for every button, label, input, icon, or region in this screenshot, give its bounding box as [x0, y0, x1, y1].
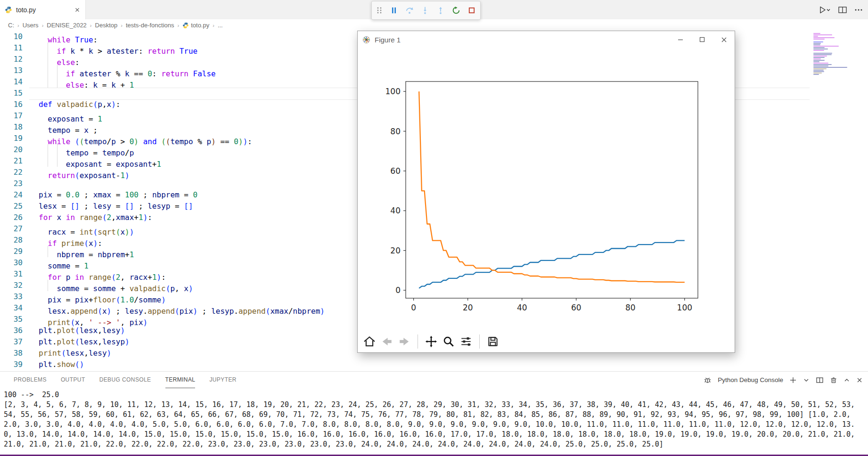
code-text: while ((tempo/p > 0) and ((tempo % p) ==…: [23, 133, 252, 144]
figure-window[interactable]: Figure 1 020406080100020406080100: [357, 31, 735, 353]
line-number[interactable]: 14: [0, 76, 23, 88]
matplotlib-icon: [362, 36, 370, 44]
line-number[interactable]: 17: [0, 110, 23, 122]
breadcrumb-item[interactable]: toto.py: [182, 22, 209, 29]
minimap-line: [813, 57, 825, 58]
split-editor-icon[interactable]: [838, 6, 847, 14]
restart-icon[interactable]: [452, 6, 460, 15]
line-number[interactable]: 27: [0, 223, 23, 235]
kill-terminal-icon[interactable]: [830, 376, 837, 384]
code-text: while True:: [23, 31, 98, 42]
breadcrumb-item[interactable]: tests-de-fonctions: [126, 22, 174, 29]
line-number[interactable]: 33: [0, 291, 23, 302]
zoom-icon[interactable]: [442, 335, 455, 348]
tab-toto-py[interactable]: toto.py: [0, 0, 86, 19]
drag-grip-icon[interactable]: [376, 6, 383, 15]
line-number[interactable]: 13: [0, 65, 23, 76]
maximize-icon[interactable]: [691, 31, 713, 48]
pause-icon[interactable]: [390, 6, 398, 15]
chevron-down-icon[interactable]: [803, 377, 810, 383]
code-text: return(exposant-1): [23, 167, 130, 178]
line-number[interactable]: 20: [0, 144, 23, 155]
code-text: if atester % k == 0: return False: [23, 65, 216, 76]
panel-tab-problems[interactable]: PROBLEMS: [14, 372, 47, 388]
code-text: plt.plot(lesx,lesy): [23, 325, 125, 336]
minimap-line: [813, 46, 839, 47]
console-selector[interactable]: Python Debug Console: [718, 376, 783, 383]
python-icon: [182, 22, 189, 29]
line-number[interactable]: 36: [0, 325, 23, 336]
step-out-icon: [436, 6, 445, 15]
vscode-window: toto.py: [0, 0, 868, 456]
line-number[interactable]: 16: [0, 99, 23, 110]
stop-icon[interactable]: [467, 6, 476, 15]
close-icon[interactable]: [74, 7, 81, 13]
line-number[interactable]: 34: [0, 302, 23, 314]
breadcrumb-item[interactable]: DENISE_2022: [47, 22, 87, 29]
close-panel-icon[interactable]: [856, 377, 863, 383]
line-number[interactable]: 30: [0, 257, 23, 269]
line-number[interactable]: 23: [0, 178, 23, 189]
minimap-line: [813, 63, 828, 64]
subplots-icon[interactable]: [460, 335, 472, 348]
panel-tab-terminal[interactable]: TERMINAL: [165, 372, 196, 388]
run-button[interactable]: [818, 6, 831, 14]
code-text: print(x, ' --> ', pix): [23, 314, 147, 325]
more-actions-icon[interactable]: [854, 6, 863, 14]
code-text: somme = somme + valpadic(p, x): [23, 280, 193, 291]
home-icon[interactable]: [363, 335, 376, 348]
panel-tab-jupyter[interactable]: JUPYTER: [209, 372, 236, 388]
line-number[interactable]: 38: [0, 348, 23, 359]
line-number[interactable]: 39: [0, 359, 23, 370]
line-number[interactable]: 25: [0, 201, 23, 212]
pan-icon[interactable]: [425, 335, 437, 348]
x-tick-label: 60: [571, 303, 581, 312]
minimap-line: [813, 53, 832, 54]
figure-canvas[interactable]: 020406080100020406080100: [358, 48, 735, 331]
breadcrumb-item[interactable]: ...: [218, 22, 223, 29]
minimap[interactable]: [813, 33, 865, 75]
line-number[interactable]: 22: [0, 167, 23, 178]
code-text: for p in range(2, racx+1):: [23, 269, 166, 280]
line-number[interactable]: 19: [0, 133, 23, 144]
code-line[interactable]: 39plt.show(): [0, 359, 868, 370]
breadcrumb-item[interactable]: C:: [8, 22, 14, 29]
minimap-line: [813, 39, 825, 40]
maximize-panel-icon[interactable]: [843, 377, 850, 383]
line-number[interactable]: 12: [0, 54, 23, 65]
line-number[interactable]: 31: [0, 269, 23, 280]
line-number[interactable]: 24: [0, 189, 23, 201]
line-number[interactable]: 35: [0, 314, 23, 325]
minimap-line: [813, 61, 819, 62]
save-icon[interactable]: [487, 335, 499, 348]
panel-tab-output[interactable]: OUTPUT: [61, 372, 85, 388]
line-number[interactable]: 10: [0, 31, 23, 42]
terminal-output[interactable]: 100 --> 25.0[2, 3, 4, 5, 6, 7, 8, 9, 10,…: [0, 388, 868, 449]
window-close-icon[interactable]: [713, 31, 735, 48]
line-number[interactable]: 37: [0, 336, 23, 348]
line-number[interactable]: 11: [0, 42, 23, 54]
code-text: plt.plot(lesx,lesyp): [23, 336, 130, 348]
bottom-panel: PROBLEMSOUTPUTDEBUG CONSOLETERMINALJUPYT…: [0, 371, 868, 455]
breadcrumb-item[interactable]: Users: [23, 22, 39, 29]
line-number[interactable]: 29: [0, 246, 23, 257]
figure-titlebar[interactable]: Figure 1: [358, 31, 735, 48]
panel-tab-debug-console[interactable]: DEBUG CONSOLE: [99, 372, 151, 388]
line-number[interactable]: 28: [0, 235, 23, 246]
breadcrumb-separator-icon: ›: [121, 23, 123, 28]
line-number[interactable]: 18: [0, 122, 23, 133]
minimap-line: [813, 60, 825, 61]
line-number[interactable]: 32: [0, 280, 23, 291]
code-text: pix = 0.0 ; xmax = 100 ; nbprem = 0: [23, 189, 197, 201]
line-number[interactable]: 15: [0, 88, 23, 99]
minimap-line: [813, 51, 865, 52]
breadcrumb-item[interactable]: Desktop: [95, 22, 118, 29]
line-number[interactable]: 21: [0, 155, 23, 167]
new-terminal-icon[interactable]: [789, 376, 797, 384]
code-text: if k * k > atester: return True: [23, 42, 197, 54]
minimap-line: [813, 41, 823, 42]
line-number[interactable]: 26: [0, 212, 23, 223]
split-panel-icon[interactable]: [816, 376, 824, 384]
editor-actions: [818, 0, 863, 19]
minimize-icon[interactable]: [670, 31, 691, 48]
